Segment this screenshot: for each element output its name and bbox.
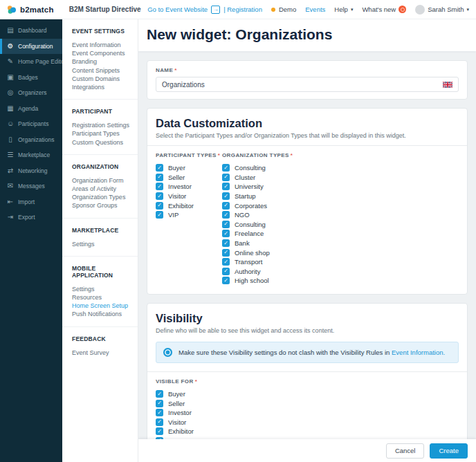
checkbox-label: High school [235,277,269,284]
sidebar-item-agenda[interactable]: ▦ Agenda [0,101,62,117]
sidebar-item-marketplace[interactable]: ☰ Marketplace [0,147,62,163]
user-menu[interactable]: Sarah Smith ▾ [415,5,469,15]
organization-type-checkbox-row[interactable]: ✓ NGO [222,210,293,220]
visible-for-checkbox-row[interactable]: ✓ Exhibitor [156,427,459,436]
subnav-item[interactable]: Custom Domains [72,75,134,83]
sidebar-item-label: Badges [18,74,38,81]
visible-for-checkbox-row[interactable]: ✓ Seller [156,398,459,408]
organization-type-checkbox-row[interactable]: ✓ Corporates [222,201,293,210]
checkbox-checked-icon[interactable]: ✓ [222,183,230,190]
subnav-item[interactable]: Branding [72,57,134,66]
organization-type-checkbox-row[interactable]: ✓ Freelance [222,229,293,239]
event-information-link[interactable]: Event Information. [392,349,445,356]
subnav-item[interactable]: Content Snippets [72,66,134,75]
subnav-item[interactable]: Event Components [72,49,134,57]
external-link-icon[interactable]: → [211,6,220,14]
participant-type-checkbox-row[interactable]: ✓ Seller [156,173,222,183]
subnav-item[interactable]: Custom Questions [72,138,134,147]
name-input[interactable] [162,81,443,89]
go-to-event-website-link[interactable]: Go to Event Website [147,6,208,13]
subnav-item[interactable]: Event Information [72,41,134,49]
organization-type-checkbox-row[interactable]: ✓ Startup [222,192,293,201]
organization-type-checkbox-row[interactable]: ✓ Transport [222,257,293,267]
checkbox-checked-icon[interactable]: ✓ [156,164,163,172]
checkbox-checked-icon[interactable]: ✓ [222,211,230,219]
checkbox-label: Investor [168,409,192,416]
subnav-item[interactable]: Areas of Activity [72,185,134,193]
sidebar-item-organizations[interactable]: ▯ Organizations [0,132,62,148]
checkbox-label: Buyer [168,164,185,172]
b2match-logo[interactable]: b2match [7,5,54,15]
sidebar-item-label: Agenda [18,105,38,112]
organization-type-checkbox-row[interactable]: ✓ High school [222,276,293,286]
participant-type-checkbox-row[interactable]: ✓ Exhibitor [156,201,222,210]
sidebar-item-networking[interactable]: ⇄ Networking [0,163,62,179]
checkbox-checked-icon[interactable]: ✓ [156,418,163,426]
participant-type-checkbox-row[interactable]: ✓ VIP [156,210,222,220]
checkbox-checked-icon[interactable]: ✓ [222,277,230,284]
organizers-icon: ◎ [6,89,15,96]
subnav-item[interactable]: Event Survey [72,349,134,357]
organization-type-checkbox-row[interactable]: ✓ University [222,182,293,192]
subnav-item[interactable]: Resources [72,293,134,302]
sidebar-item-import[interactable]: ⇤ Import [0,194,62,210]
organization-type-checkbox-row[interactable]: ✓ Bank [222,239,293,248]
checkbox-checked-icon[interactable]: ✓ [222,268,230,275]
subnav-item[interactable]: Home Screen Setup [72,302,134,310]
sidebar-item-home-page-editor[interactable]: ✎ Home Page Editor [0,54,62,70]
checkbox-checked-icon[interactable]: ✓ [156,174,163,181]
participant-type-checkbox-row[interactable]: ✓ Buyer [156,163,222,173]
subnav-item[interactable]: Registration Settings [72,121,134,129]
checkbox-checked-icon[interactable]: ✓ [222,174,230,181]
organization-type-checkbox-row[interactable]: ✓ Consulting [222,163,293,173]
checkbox-checked-icon[interactable]: ✓ [222,239,230,247]
subnav-item[interactable]: Organization Types [72,193,134,201]
checkbox-checked-icon[interactable]: ✓ [156,390,163,398]
create-button[interactable]: Create [430,443,468,459]
participant-type-checkbox-row[interactable]: ✓ Visitor [156,192,222,201]
checkbox-checked-icon[interactable]: ✓ [222,249,230,257]
subnav-item[interactable]: Participant Types [72,129,134,138]
visible-for-checkbox-row[interactable]: ✓ Investor [156,408,459,418]
uk-flag-icon[interactable] [443,82,452,88]
help-menu[interactable]: Help ▾ [334,6,353,13]
sidebar-item-organizers[interactable]: ◎ Organizers [0,85,62,101]
sidebar-item-dashboard[interactable]: ▤ Dashboard [0,23,62,39]
organization-type-checkbox-row[interactable]: ✓ Authority [222,267,293,277]
checkbox-checked-icon[interactable]: ✓ [156,192,163,200]
visible-for-checkbox-row[interactable]: ✓ Buyer [156,389,459,399]
checkbox-checked-icon[interactable]: ✓ [156,211,163,219]
whats-new-link[interactable]: What's new [362,6,406,13]
sidebar-item-configuration[interactable]: ⚙ Configuration [0,39,62,55]
sidebar-item-participants[interactable]: ☺ Participants [0,116,62,132]
cancel-button[interactable]: Cancel [386,443,425,459]
checkbox-checked-icon[interactable]: ✓ [222,230,230,237]
checkbox-checked-icon[interactable]: ✓ [222,192,230,200]
subnav-item[interactable]: Push Notifications [72,310,134,318]
subnav-item[interactable]: Organization Form [72,176,134,185]
sidebar-item-badges[interactable]: ▣ Badges [0,70,62,86]
registration-link[interactable]: | Registration [223,6,262,13]
participant-type-checkbox-row[interactable]: ✓ Investor [156,182,222,192]
subnav-item[interactable]: Settings [72,240,134,248]
organization-type-checkbox-row[interactable]: ✓ Consulting [222,220,293,230]
subnav-item[interactable]: Sponsor Groups [72,201,134,210]
sidebar-item-messages[interactable]: ✉ Messages [0,178,62,194]
checkbox-checked-icon[interactable]: ✓ [156,427,163,435]
checkbox-checked-icon[interactable]: ✓ [156,202,163,210]
visible-for-checkbox-row[interactable]: ✓ Visitor [156,418,459,427]
organization-type-checkbox-row[interactable]: ✓ Online shop [222,248,293,257]
checkbox-label: Buyer [168,390,185,398]
subnav-item[interactable]: Integrations [72,83,134,91]
organization-type-checkbox-row[interactable]: ✓ Cluster [222,173,293,183]
checkbox-checked-icon[interactable]: ✓ [156,409,163,416]
subnav-item[interactable]: Settings [72,285,134,293]
checkbox-checked-icon[interactable]: ✓ [222,221,230,228]
events-link[interactable]: Events [305,6,325,13]
checkbox-checked-icon[interactable]: ✓ [222,258,230,266]
checkbox-checked-icon[interactable]: ✓ [156,183,163,190]
sidebar-item-export[interactable]: ⇥ Export [0,210,62,225]
checkbox-checked-icon[interactable]: ✓ [222,164,230,172]
checkbox-checked-icon[interactable]: ✓ [156,400,163,407]
checkbox-checked-icon[interactable]: ✓ [222,202,230,210]
